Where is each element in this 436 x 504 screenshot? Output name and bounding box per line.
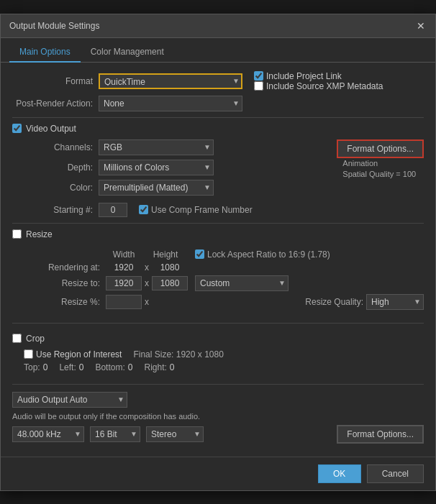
include-source-xmp-label: Include Source XMP Metadata: [266, 81, 383, 91]
post-render-select[interactable]: None: [99, 96, 242, 111]
use-comp-frame-row: Use Comp Frame Number: [139, 205, 253, 215]
include-project-link-label: Include Project Link: [266, 71, 342, 81]
top-label: Top:: [24, 362, 40, 372]
include-options: Include Project Link Include Source XMP …: [251, 71, 383, 91]
color-select-wrapper: Premultiplied (Matted) ▼: [99, 180, 214, 196]
starting-row: Starting #: Use Comp Frame Number: [12, 203, 424, 217]
audio-section: Audio Output Auto ▼ Audio will be output…: [12, 384, 424, 444]
channels-depth-color: Channels: RGB ▼ Depth: Millions of Color…: [12, 139, 325, 200]
x-sep-pct: x: [145, 297, 149, 307]
resize-header: Resize: [12, 229, 424, 239]
resize-quality-wrapper: High ▼: [366, 294, 424, 310]
crop-left: Left: 0: [59, 362, 83, 372]
divider-3: [12, 323, 424, 324]
color-row: Color: Premultiplied (Matted) ▼: [12, 180, 325, 196]
divider-1: [12, 117, 424, 118]
starting-label: Starting #:: [12, 205, 99, 215]
resize-to-h-input[interactable]: [152, 276, 188, 290]
audio-output-wrapper: Audio Output Auto ▼: [12, 392, 127, 408]
width-header-label: Width: [106, 249, 142, 260]
close-button[interactable]: ✕: [415, 20, 427, 32]
resize-quality-label: Resize Quality:: [305, 297, 363, 307]
channels-select[interactable]: RGB: [99, 139, 214, 155]
audio-channels-select[interactable]: Stereo: [146, 426, 204, 442]
lock-aspect-checkbox[interactable]: [195, 249, 204, 259]
format-label: Format: [12, 76, 99, 86]
bit-depth-select[interactable]: 16 Bit: [90, 426, 140, 442]
spatial-quality-label: Spatial Quality = 100: [342, 169, 416, 180]
color-label: Color:: [12, 183, 99, 193]
audio-output-select[interactable]: Audio Output Auto: [12, 392, 127, 408]
animation-label: Animation: [342, 158, 416, 169]
tab-main-options[interactable]: Main Options: [9, 42, 81, 63]
use-roi-checkbox[interactable]: [24, 349, 33, 359]
resize-preset-select[interactable]: Custom: [195, 275, 289, 291]
audio-channels-wrapper: Stereo ▼: [146, 426, 204, 442]
output-module-dialog: Output Module Settings ✕ Main Options Co…: [0, 14, 436, 491]
resize-to-row: Resize to: x Custom ▼: [34, 275, 424, 291]
resize-grid: Width Height Lock Aspect Ratio to 16:9 (…: [12, 245, 424, 317]
include-project-link-checkbox[interactable]: [254, 71, 263, 81]
resize-to-label: Resize to:: [34, 278, 106, 288]
cancel-button[interactable]: Cancel: [367, 464, 424, 483]
x-sep-resize: x: [145, 278, 149, 288]
rendering-h: 1080: [152, 262, 188, 272]
resize-checkbox[interactable]: [12, 229, 22, 239]
resize-label: Resize: [26, 229, 53, 239]
sample-rate-select[interactable]: 48.000 kHz: [12, 426, 84, 442]
use-roi-label: Use Region of Interest: [36, 349, 122, 359]
crop-checkbox[interactable]: [12, 334, 22, 343]
resize-pct-w-input[interactable]: [106, 295, 142, 309]
footer: OK Cancel: [1, 457, 435, 490]
format-info: Animation Spatial Quality = 100: [342, 158, 416, 180]
include-source-xmp-row: Include Source XMP Metadata: [254, 81, 383, 91]
resize-pct-row: Resize %: x Resize Quality: High ▼: [34, 294, 424, 310]
resize-quality-group: Resize Quality: High ▼: [305, 294, 424, 310]
depth-select-wrapper: Millions of Colors ▼: [99, 160, 214, 175]
final-size-label: Final Size: 1920 x 1080: [133, 349, 223, 359]
x-sep-rendering: x: [145, 262, 149, 272]
ok-button[interactable]: OK: [318, 464, 361, 483]
channels-label: Channels:: [12, 142, 99, 152]
channels-format-row: Channels: RGB ▼ Depth: Millions of Color…: [12, 139, 424, 200]
main-content: Format QuickTime ▼ Include Project Link …: [1, 63, 435, 452]
rendering-at-row: Rendering at: 1920 x 1080: [34, 262, 424, 272]
bottom-val: 0: [128, 362, 133, 372]
divider-2: [12, 223, 424, 224]
post-render-row: Post-Render Action: None ▼: [12, 96, 424, 111]
audio-note: Audio will be output only if the composi…: [12, 412, 424, 421]
lock-aspect-label: Lock Aspect Ratio to 16:9 (1.78): [207, 249, 330, 260]
video-output-checkbox[interactable]: [12, 124, 22, 133]
use-comp-frame-checkbox[interactable]: [139, 205, 148, 214]
dialog-title: Output Module Settings: [9, 21, 99, 31]
tab-color-management[interactable]: Color Management: [81, 42, 174, 63]
format-row: Format QuickTime ▼ Include Project Link …: [12, 71, 424, 91]
bit-depth-wrapper: 16 Bit ▼: [90, 426, 140, 442]
format-options-button[interactable]: Format Options...: [337, 139, 424, 158]
audio-format-options-button[interactable]: Format Options...: [337, 425, 424, 444]
crop-header: Crop: [12, 334, 424, 344]
starting-input[interactable]: [99, 203, 127, 217]
use-comp-frame-label: Use Comp Frame Number: [151, 205, 253, 215]
crop-right: Right: 0: [144, 362, 174, 372]
include-project-link-row: Include Project Link: [254, 71, 383, 81]
depth-select[interactable]: Millions of Colors: [99, 160, 214, 175]
audio-output-row: Audio Output Auto ▼: [12, 392, 424, 408]
video-output-header: Video Output: [12, 124, 424, 134]
resize-quality-select[interactable]: High: [366, 294, 424, 310]
left-label: Left:: [59, 362, 76, 372]
lock-aspect-row: Lock Aspect Ratio to 16:9 (1.78): [195, 249, 330, 260]
resize-to-w-input[interactable]: [106, 276, 142, 290]
post-render-select-wrapper: None ▼: [99, 96, 242, 111]
top-val: 0: [43, 362, 48, 372]
crop-label: Crop: [26, 334, 45, 344]
height-header-label: Height: [147, 249, 183, 260]
format-select-wrapper: QuickTime ▼: [99, 73, 242, 89]
crop-roi-row: Use Region of Interest Final Size: 1920 …: [12, 349, 424, 359]
rendering-w: 1920: [106, 262, 142, 272]
color-select[interactable]: Premultiplied (Matted): [99, 180, 214, 196]
include-source-xmp-checkbox[interactable]: [254, 81, 263, 91]
right-label: Right:: [144, 362, 166, 372]
format-select[interactable]: QuickTime: [99, 73, 242, 89]
rendering-at-label: Rendering at:: [34, 262, 106, 272]
